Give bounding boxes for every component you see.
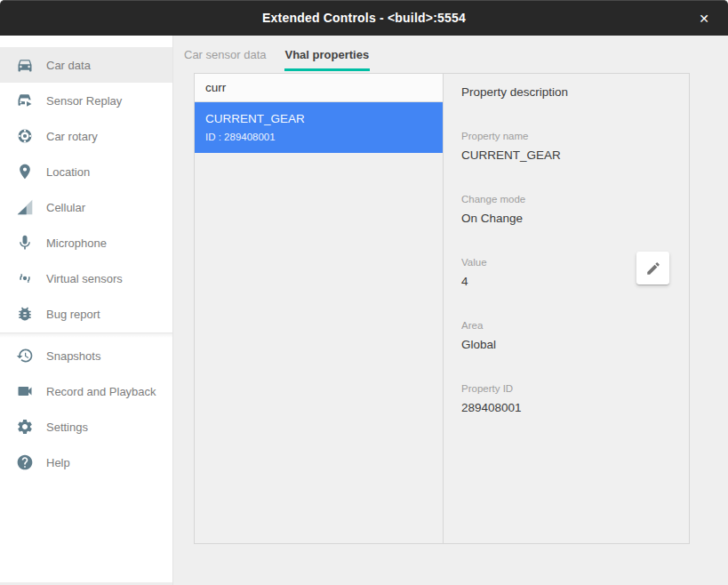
- gear-icon: [16, 418, 34, 436]
- sidebar-item-settings[interactable]: Settings: [0, 409, 172, 445]
- property-name-text: CURRENT_GEAR: [205, 112, 432, 125]
- field-value: CURRENT_GEAR: [461, 148, 671, 163]
- tab-vhal-properties[interactable]: Vhal properties: [284, 44, 371, 71]
- location-pin-icon: [16, 163, 34, 180]
- search-row: [195, 74, 443, 102]
- sidebar-item-car-data[interactable]: Car data: [0, 47, 172, 83]
- search-input[interactable]: [205, 81, 432, 94]
- sidebar: Car data Sensor Replay Car rotary Locati…: [0, 36, 173, 585]
- field-change-mode: Change mode On Change: [461, 194, 671, 226]
- field-value: On Change: [461, 212, 671, 226]
- sidebar-item-bug-report[interactable]: Bug report: [0, 296, 172, 332]
- tab-car-sensor-data[interactable]: Car sensor data: [183, 44, 268, 71]
- sidebar-item-label: Car data: [46, 59, 91, 72]
- list-item-current-gear[interactable]: CURRENT_GEAR ID : 289408001: [195, 102, 443, 153]
- virtual-sensors-icon: [16, 269, 34, 287]
- property-description-pane: Property description Property name CURRE…: [443, 74, 689, 543]
- window-title: Extended Controls - <build>:5554: [0, 1, 728, 36]
- sidebar-item-record-playback[interactable]: Record and Playback: [0, 373, 172, 409]
- history-icon: [16, 347, 34, 365]
- sidebar-item-label: Location: [46, 165, 90, 179]
- sidebar-item-label: Car rotary: [46, 130, 98, 143]
- sidebar-item-label: Settings: [46, 421, 88, 434]
- edit-value-button[interactable]: [636, 252, 669, 284]
- help-icon: [16, 453, 34, 471]
- field-property-name: Property name CURRENT_GEAR: [461, 131, 671, 163]
- field-area: Area Global: [461, 320, 671, 352]
- property-id-text: ID : 289408001: [205, 132, 432, 142]
- sidebar-item-snapshots[interactable]: Snapshots: [0, 338, 172, 373]
- microphone-icon: [16, 234, 34, 252]
- vhal-panel: CURRENT_GEAR ID : 289408001 Property des…: [194, 73, 690, 544]
- property-list-pane: CURRENT_GEAR ID : 289408001: [195, 74, 443, 543]
- car-rotary-icon: [16, 127, 34, 145]
- sidebar-item-label: Bug report: [46, 308, 100, 321]
- sidebar-item-virtual-sensors[interactable]: Virtual sensors: [0, 260, 172, 296]
- sidebar-item-label: Record and Playback: [46, 385, 156, 398]
- window-titlebar: Extended Controls - <build>:5554 ✕: [0, 0, 728, 36]
- field-value: Global: [461, 338, 671, 352]
- sidebar-item-location[interactable]: Location: [0, 154, 172, 189]
- field-property-id: Property ID 289408001: [461, 383, 671, 415]
- field-label: Area: [461, 320, 671, 331]
- property-list-empty-area: [195, 153, 443, 543]
- sidebar-item-label: Cellular: [46, 201, 85, 214]
- sidebar-item-label: Sensor Replay: [46, 94, 122, 108]
- sidebar-item-cellular[interactable]: Cellular: [0, 189, 172, 225]
- car-icon: [16, 56, 34, 74]
- sidebar-item-microphone[interactable]: Microphone: [0, 225, 172, 260]
- tab-bar: Car sensor data Vhal properties: [173, 36, 728, 71]
- sensor-replay-icon: [16, 92, 34, 109]
- close-icon[interactable]: ✕: [689, 1, 719, 36]
- sidebar-item-help[interactable]: Help: [0, 445, 172, 480]
- pencil-icon: [645, 260, 661, 276]
- bug-icon: [16, 305, 34, 323]
- sidebar-item-label: Microphone: [46, 236, 107, 250]
- field-label: Change mode: [461, 194, 546, 204]
- sidebar-item-label: Help: [46, 456, 70, 469]
- field-label: Property ID: [461, 383, 671, 394]
- field-value: 289408001: [461, 401, 671, 415]
- detail-pane-title: Property description: [461, 85, 671, 100]
- main-content: Car sensor data Vhal properties CURRENT_…: [173, 36, 728, 585]
- sidebar-item-label: Virtual sensors: [46, 272, 123, 285]
- field-label: Property name: [461, 131, 671, 141]
- videocam-icon: [16, 382, 34, 400]
- sidebar-item-car-rotary[interactable]: Car rotary: [0, 118, 172, 154]
- sidebar-item-label: Snapshots: [46, 349, 100, 363]
- sidebar-item-sensor-replay[interactable]: Sensor Replay: [0, 83, 172, 118]
- cellular-signal-icon: [16, 198, 34, 216]
